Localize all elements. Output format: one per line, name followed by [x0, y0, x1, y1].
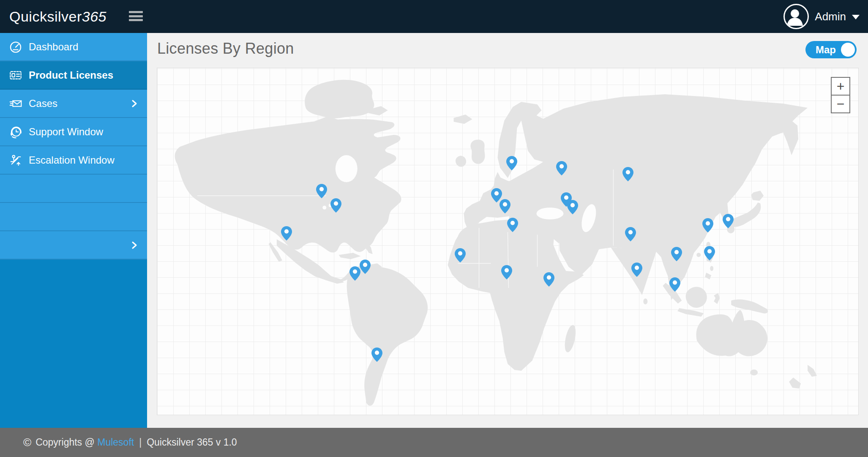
- map-view-toggle[interactable]: Map: [805, 41, 857, 58]
- map-pin-canada[interactable]: [316, 184, 327, 198]
- map-pin-japan[interactable]: [723, 214, 734, 228]
- map-pin-west-africa[interactable]: [455, 248, 466, 263]
- brand-name: Quicksilver: [9, 8, 82, 25]
- sidebar-background: [0, 260, 147, 428]
- footer: © Copyrights @ Mulesoft | Quicksilver 36…: [0, 428, 868, 457]
- top-header: Quicksilver365 Admin: [0, 0, 868, 33]
- toggle-knob[interactable]: [841, 43, 855, 57]
- main-content: Licenses By Region Map: [147, 33, 868, 428]
- avatar[interactable]: [783, 4, 809, 29]
- world-map-panel[interactable]: + −: [157, 68, 859, 415]
- map-zoom-controls: + −: [831, 77, 850, 113]
- brand-suffix: 365: [82, 8, 106, 25]
- user-menu[interactable]: Admin: [783, 0, 860, 33]
- map-pin-east-china[interactable]: [702, 218, 713, 233]
- zoom-out-button[interactable]: −: [831, 95, 850, 113]
- sidebar-item-dashboard[interactable]: Dashboard: [0, 33, 147, 61]
- footer-divider: |: [139, 437, 142, 448]
- map-pin-south-india[interactable]: [631, 263, 642, 277]
- sidebar-item-escalation-window[interactable]: Escalation Window: [0, 146, 147, 175]
- dashboard-icon: [9, 40, 22, 54]
- map-pin-scandinavia[interactable]: [506, 156, 517, 170]
- person-icon: [785, 6, 805, 27]
- map-pin-central-russia[interactable]: [622, 167, 633, 181]
- copyright-text: Copyrights @: [35, 437, 97, 448]
- sidebar-item-blank[interactable]: [0, 175, 147, 203]
- pins-layer: [157, 68, 858, 415]
- map-pin-venezuela[interactable]: [360, 260, 371, 274]
- no-icon: [8, 181, 23, 196]
- version-label: Quicksilver 365 v 1.0: [147, 437, 237, 448]
- sidebar-item-label: Escalation Window: [29, 154, 115, 166]
- sidebar-item-label: Cases: [29, 98, 57, 109]
- map-pin-caucasus[interactable]: [567, 200, 578, 214]
- user-label: Admin: [815, 10, 846, 23]
- no-icon: [8, 210, 23, 224]
- escalation-icon: [9, 153, 22, 167]
- sidebar-item-product-licenses[interactable]: Product Licenses: [0, 61, 147, 90]
- map-pin-mexico[interactable]: [281, 226, 292, 241]
- copyright-icon: ©: [23, 436, 31, 449]
- map-pin-philippines[interactable]: [704, 246, 715, 260]
- map-pin-malaysia[interactable]: [669, 277, 680, 292]
- sidebar-item-label: Support Window: [29, 126, 103, 138]
- chevron-right-icon: [131, 99, 138, 108]
- map-pin-colombia[interactable]: [349, 266, 360, 281]
- map-pin-southern-europe[interactable]: [500, 199, 510, 213]
- sidebar-item-support-window[interactable]: Support Window: [0, 118, 147, 146]
- license-icon: [9, 68, 22, 82]
- page-title: Licenses By Region: [157, 40, 294, 57]
- caret-down-icon: [852, 15, 860, 19]
- map-pin-north-africa[interactable]: [507, 218, 518, 232]
- sidebar: Dashboard Product Licenses Cases Support…: [0, 33, 147, 428]
- sidebar-item-label: Dashboard: [29, 41, 78, 53]
- map-toggle-label: Map: [816, 41, 836, 58]
- cases-icon: [9, 97, 22, 110]
- map-pin-us-east[interactable]: [330, 198, 341, 213]
- app-window: Quicksilver365 Admin Dashboard Product L…: [0, 0, 868, 457]
- sidebar-item-label: Product Licenses: [29, 69, 113, 81]
- sidebar-item-blank[interactable]: [0, 203, 147, 231]
- sidebar-item-blank[interactable]: [0, 231, 147, 260]
- map-pin-western-russia[interactable]: [556, 161, 567, 175]
- map-pin-east-africa[interactable]: [543, 272, 554, 287]
- map-pin-argentina[interactable]: [371, 348, 382, 362]
- chevron-right-icon: [131, 241, 138, 250]
- no-icon: [8, 238, 23, 252]
- map-pin-north-india[interactable]: [625, 227, 636, 241]
- sidebar-item-cases[interactable]: Cases: [0, 90, 147, 118]
- mulesoft-link[interactable]: Mulesoft: [97, 437, 134, 448]
- map-pin-indochina[interactable]: [671, 247, 682, 261]
- menu-icon[interactable]: [129, 11, 143, 23]
- app-logo: Quicksilver365: [9, 0, 106, 33]
- sidebar-nav: Dashboard Product Licenses Cases Support…: [0, 33, 147, 260]
- map-pin-nigeria[interactable]: [501, 265, 512, 279]
- zoom-in-button[interactable]: +: [831, 77, 850, 96]
- support-icon: [9, 125, 22, 139]
